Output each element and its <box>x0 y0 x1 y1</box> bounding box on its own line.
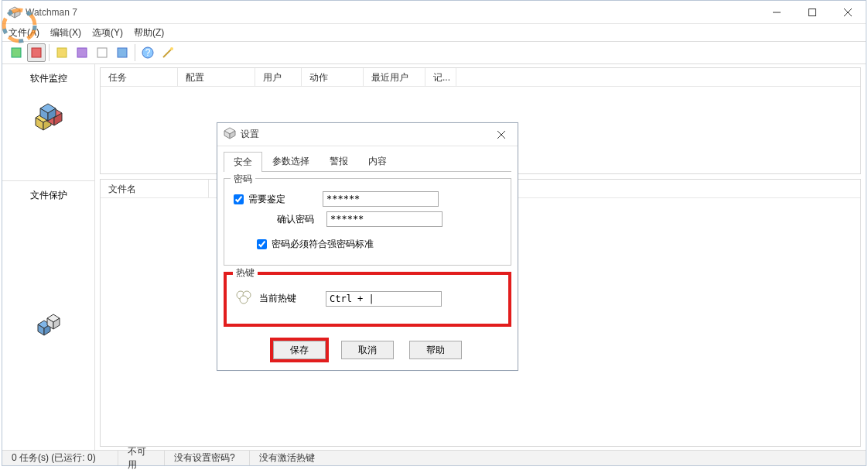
settings-dialog: 设置 安全 参数选择 警报 内容 密码 需要鉴定 确认密码 密码必须符合强密码标… <box>217 122 518 371</box>
svg-line-17 <box>163 50 171 57</box>
status-no-hotkey: 没有激活热键 <box>250 451 866 465</box>
tab-security[interactable]: 安全 <box>224 152 262 172</box>
group-hotkey: 热键 当前热键 <box>224 272 511 327</box>
toolbar: ? <box>2 41 866 64</box>
confirm-password-field[interactable] <box>326 211 443 227</box>
require-auth-label: 需要鉴定 <box>248 193 310 206</box>
current-hotkey-field[interactable] <box>326 291 442 307</box>
status-no-password: 没有设置密码? <box>165 451 250 465</box>
tab-params[interactable]: 参数选择 <box>262 151 320 171</box>
menubar: 文件(A) 编辑(X) 选项(Y) 帮助(Z) <box>2 24 866 41</box>
app-icon <box>9 6 21 19</box>
dialog-close-button[interactable] <box>485 123 518 146</box>
tab-alert[interactable]: 警报 <box>320 151 358 171</box>
confirm-password-label: 确认密码 <box>234 213 314 226</box>
dialog-titlebar[interactable]: 设置 <box>217 123 518 146</box>
toolbar-separator <box>135 44 135 61</box>
col-filename[interactable]: 文件名 <box>101 180 209 197</box>
close-button[interactable] <box>830 1 866 23</box>
menu-edit[interactable]: 编辑(X) <box>50 26 81 39</box>
window-title: Watchman 7 <box>26 7 759 18</box>
tool-help-icon[interactable]: ? <box>138 43 157 62</box>
svg-rect-11 <box>57 48 67 57</box>
tool-cube-white[interactable] <box>93 43 111 62</box>
tool-cube-purple[interactable] <box>73 43 91 62</box>
svg-rect-12 <box>77 48 87 57</box>
help-button[interactable]: 帮助 <box>409 341 462 359</box>
tool-cube-red[interactable] <box>27 43 46 62</box>
sidebar-item-protect[interactable]: 文件保护 <box>2 181 94 450</box>
menu-options[interactable]: 选项(Y) <box>92 26 123 39</box>
group-password-title: 密码 <box>231 173 255 186</box>
cube-icon <box>224 127 236 142</box>
col-config[interactable]: 配置 <box>178 68 255 86</box>
status-unavailable: 不可用 <box>118 451 165 465</box>
group-hotkey-title: 热键 <box>233 266 258 280</box>
strong-password-label: 密码必须符合强密码标准 <box>272 238 374 251</box>
menu-help[interactable]: 帮助(Z) <box>134 26 164 39</box>
svg-rect-14 <box>118 48 127 57</box>
tool-cube-blue[interactable] <box>113 43 132 62</box>
svg-rect-13 <box>97 48 107 57</box>
tool-cube-green[interactable] <box>7 43 26 62</box>
sidebar: 软件监控 文件保护 <box>2 64 95 450</box>
col-user[interactable]: 用户 <box>255 68 302 86</box>
svg-rect-6 <box>809 9 816 15</box>
col-record[interactable]: 记... <box>425 68 456 86</box>
sidebar-label-monitor: 软件监控 <box>30 72 67 85</box>
tool-cube-yellow[interactable] <box>53 43 71 62</box>
password-field[interactable] <box>323 191 439 207</box>
minimize-button[interactable] <box>759 1 795 23</box>
current-hotkey-label: 当前热键 <box>259 292 313 305</box>
sidebar-item-monitor[interactable]: 软件监控 <box>2 64 94 181</box>
require-auth-checkbox[interactable] <box>234 194 244 204</box>
tool-wand-icon[interactable] <box>159 43 177 62</box>
dialog-tabs: 安全 参数选择 警报 内容 <box>217 146 518 171</box>
col-action[interactable]: 动作 <box>302 68 364 86</box>
tab-content[interactable]: 内容 <box>358 151 397 171</box>
svg-rect-10 <box>32 48 41 57</box>
cancel-button[interactable]: 取消 <box>341 341 394 359</box>
group-password: 密码 需要鉴定 确认密码 密码必须符合强密码标准 <box>224 178 511 266</box>
cubes-icon <box>31 102 67 133</box>
menu-file[interactable]: 文件(A) <box>9 26 39 39</box>
statusbar: 0 任务(s) (已运行: 0) 不可用 没有设置密码? 没有激活热键 <box>2 450 866 465</box>
sidebar-label-protect: 文件保护 <box>30 189 67 202</box>
svg-point-18 <box>170 47 173 50</box>
svg-rect-9 <box>12 48 21 57</box>
svg-point-41 <box>240 296 248 304</box>
strong-password-checkbox[interactable] <box>257 239 267 249</box>
toolbar-separator <box>49 44 50 61</box>
svg-text:?: ? <box>145 47 151 58</box>
col-task[interactable]: 任务 <box>101 68 178 86</box>
save-button[interactable]: 保存 <box>273 341 326 359</box>
col-recent-user[interactable]: 最近用户 <box>364 68 425 86</box>
titlebar: Watchman 7 <box>2 1 866 24</box>
dialog-title: 设置 <box>241 128 485 141</box>
cubes-small-icon <box>35 312 63 338</box>
maximize-button[interactable] <box>795 1 830 23</box>
status-tasks: 0 任务(s) (已运行: 0) <box>2 451 118 465</box>
hotkey-icon <box>236 290 251 307</box>
